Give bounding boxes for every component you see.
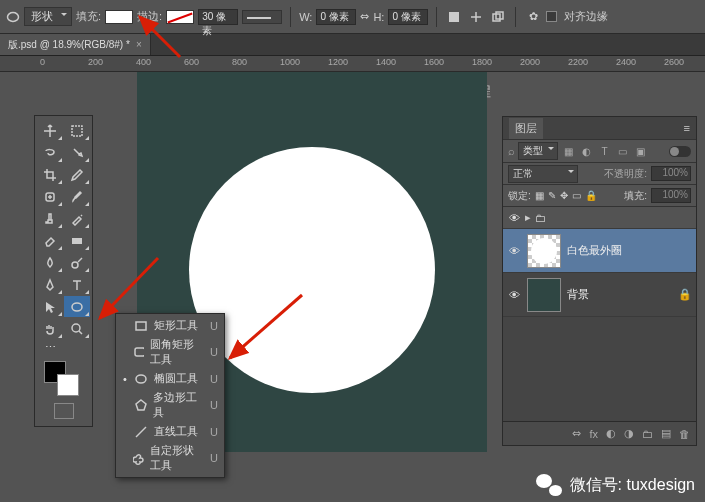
pen-tool[interactable] [37,274,63,295]
flyout-item-line[interactable]: 直线工具U [116,422,224,441]
tool-mode-dropdown[interactable]: 形状 [24,7,72,26]
flyout-label: 矩形工具 [154,318,198,333]
filter-smart-icon[interactable]: ▣ [633,144,648,159]
wechat-icon [536,474,562,496]
color-swatches[interactable] [37,355,90,399]
layer-name[interactable]: 背景 [567,287,589,302]
path-arrange-icon[interactable] [489,8,507,26]
flyout-shortcut: U [210,373,218,385]
blur-tool[interactable] [37,252,63,273]
layer-group-row[interactable]: 👁 ▸ 🗀 [503,207,696,229]
lock-all-icon[interactable]: 🔒 [585,190,597,201]
panel-menu-icon[interactable]: ≡ [684,122,690,134]
visibility-icon[interactable]: 👁 [507,245,521,257]
eraser-tool[interactable] [37,230,63,251]
flyout-label: 椭圆工具 [154,371,198,386]
ruler-tick: 2400 [616,57,636,67]
trash-icon[interactable]: 🗑 [679,428,690,440]
wechat-watermark: 微信号: tuxdesign [536,474,695,496]
svg-point-0 [8,12,19,21]
document-tab[interactable]: 版.psd @ 18.9%(RGB/8#) * × [0,34,151,55]
new-layer-icon[interactable]: ▤ [661,427,671,440]
quick-mask-toggle[interactable] [37,400,90,422]
layer-row[interactable]: 👁 白色最外圈 [503,229,696,273]
flyout-shortcut: U [210,426,218,438]
path-align-icon[interactable] [467,8,485,26]
dodge-tool[interactable] [64,252,90,273]
mask-icon[interactable]: ◐ [606,427,616,440]
path-select-tool[interactable] [37,296,63,317]
flyout-item-poly[interactable]: 多边形工具U [116,388,224,422]
filter-toggle[interactable] [669,146,691,157]
brush-tool[interactable] [64,186,90,207]
fill-field[interactable]: 100% [651,188,691,203]
filter-type-icon[interactable]: T [597,144,612,159]
filter-kind-dropdown[interactable]: 类型 [518,142,558,160]
lock-pos-icon[interactable]: ✥ [560,190,568,201]
link-wh-icon[interactable]: ⇔ [360,10,369,23]
blend-row: 正常 不透明度: 100% [503,163,696,185]
chevron-right-icon[interactable]: ▸ [525,211,531,224]
background-color[interactable] [57,374,79,396]
healing-tool[interactable] [37,186,63,207]
shape-tool[interactable] [64,296,90,317]
stroke-swatch[interactable] [166,10,194,24]
ruler-tick: 2200 [568,57,588,67]
filter-shape-icon[interactable]: ▭ [615,144,630,159]
height-label: H: [373,11,384,23]
stroke-style-dropdown[interactable] [242,10,282,24]
flyout-item-custom[interactable]: 自定形状工具U [116,441,224,475]
stamp-tool[interactable] [37,208,63,229]
zoom-tool[interactable] [64,318,90,339]
lock-artboard-icon[interactable]: ▭ [572,190,581,201]
fill-swatch[interactable] [105,10,133,24]
flyout-item-ellipse[interactable]: •椭圆工具U [116,369,224,388]
filter-adjust-icon[interactable]: ◐ [579,144,594,159]
stroke-label: 描边: [137,9,162,24]
type-tool[interactable] [64,274,90,295]
hand-tool[interactable] [37,318,63,339]
crop-tool[interactable] [37,164,63,185]
wechat-label: 微信号: tuxdesign [570,475,695,496]
blend-mode-dropdown[interactable]: 正常 [508,165,578,183]
gradient-tool[interactable] [64,230,90,251]
tool-extra[interactable]: ⋯ [37,340,63,354]
lock-trans-icon[interactable]: ▦ [535,190,544,201]
filter-pixel-icon[interactable]: ▦ [561,144,576,159]
adjustment-icon[interactable]: ◑ [624,427,634,440]
align-edges-checkbox[interactable] [546,11,557,22]
flyout-item-rrect[interactable]: 圆角矩形工具U [116,335,224,369]
quick-select-tool[interactable] [64,142,90,163]
flyout-label: 自定形状工具 [150,443,204,473]
eyedropper-tool[interactable] [64,164,90,185]
height-field[interactable]: 0 像素 [388,9,428,25]
lasso-tool[interactable] [37,142,63,163]
stroke-width-field[interactable]: 30 像素 [198,9,238,25]
layer-thumbnail[interactable] [527,234,561,268]
search-icon[interactable]: ⌕ [508,145,515,157]
link-layers-icon[interactable]: ⇔ [572,427,581,440]
separator [436,7,437,27]
visibility-icon[interactable]: 👁 [507,212,521,224]
move-tool[interactable] [37,120,63,141]
layer-name[interactable]: 白色最外圈 [567,243,622,258]
ruler-tick: 1800 [472,57,492,67]
tools-panel: ⋯ [34,115,93,427]
marquee-tool[interactable] [64,120,90,141]
group-icon[interactable]: 🗀 [642,428,653,440]
width-field[interactable]: 0 像素 [316,9,356,25]
fx-icon[interactable]: fx [589,428,598,440]
layer-row[interactable]: 👁 背景 🔒 [503,273,696,317]
opacity-field[interactable]: 100% [651,166,691,181]
gear-icon[interactable]: ✿ [524,8,542,26]
layer-thumbnail[interactable] [527,278,561,312]
flyout-label: 圆角矩形工具 [150,337,204,367]
lock-paint-icon[interactable]: ✎ [548,190,556,201]
history-brush-tool[interactable] [64,208,90,229]
custom-icon [133,451,144,465]
tab-layers[interactable]: 图层 [509,118,543,139]
close-icon[interactable]: × [136,39,142,50]
flyout-item-rect[interactable]: 矩形工具U [116,316,224,335]
visibility-icon[interactable]: 👁 [507,289,521,301]
path-combine-icon[interactable] [445,8,463,26]
